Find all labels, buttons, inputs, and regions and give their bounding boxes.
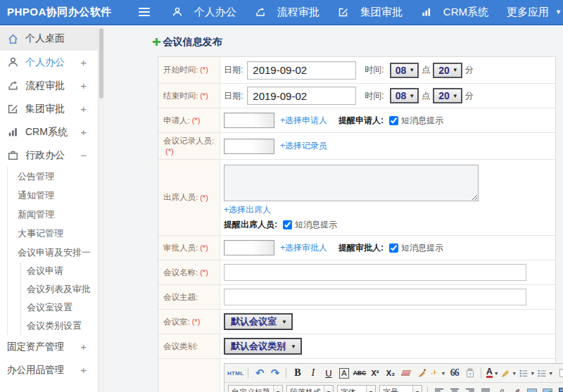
sidebar-item-meeting-group[interactable]: 会议申请及安排一: [8, 243, 98, 262]
expand-plus-icon[interactable]: +: [80, 364, 87, 376]
align-center-button[interactable]: [447, 384, 462, 392]
blockquote-button[interactable]: 66: [447, 365, 462, 381]
strikethrough-button[interactable]: ABC: [352, 365, 367, 381]
topnav-workflow-approval[interactable]: 流程审批: [246, 0, 329, 25]
superscript-button[interactable]: X²: [367, 365, 382, 381]
pick-approver-link[interactable]: +选择审批人: [280, 242, 327, 254]
italic-button[interactable]: I: [305, 365, 320, 381]
sidebar-scrollbar[interactable]: [99, 27, 104, 392]
remove-link-button[interactable]: [509, 384, 524, 392]
remove-format-button[interactable]: [398, 365, 413, 381]
insert-media-button[interactable]: [555, 384, 563, 392]
sidebar-item-events-mgmt[interactable]: 大事记管理: [8, 224, 98, 243]
expand-plus-icon[interactable]: +: [80, 80, 87, 91]
end-minute-select[interactable]: 20▼: [433, 88, 462, 103]
align-left-button[interactable]: [431, 384, 446, 392]
align-justify-icon: [481, 388, 491, 392]
topnav-personal-office[interactable]: 个人办公: [163, 0, 246, 25]
insert-link-button[interactable]: [493, 384, 508, 392]
sidebar-item-meeting-category-setting[interactable]: 会议类别设置: [21, 317, 98, 335]
font-color-button[interactable]: A▼: [485, 365, 500, 381]
sidebar-item-crm[interactable]: CRM系统 +: [0, 120, 98, 144]
new-page-button[interactable]: [555, 365, 563, 381]
meeting-subject-input[interactable]: [224, 289, 526, 305]
bar-chart-icon: [421, 6, 433, 18]
meeting-form: 开始时间: (*) 日期: 时间: 08▼ 点 20▼ 分 结束时间: (*) …: [158, 56, 556, 392]
sidebar-item-label: 会议申请: [27, 265, 63, 277]
end-date-input[interactable]: [247, 87, 356, 105]
meeting-room-select[interactable]: 默认会议室▼: [224, 313, 293, 330]
sidebar-item-desktop[interactable]: 个人桌面: [0, 27, 98, 51]
required-mark: (*): [200, 65, 208, 75]
hamburger-menu-icon[interactable]: [139, 8, 150, 16]
start-minute-select[interactable]: 20▼: [433, 63, 462, 78]
expand-plus-icon[interactable]: +: [80, 103, 87, 115]
highlight-button[interactable]: ▼: [500, 365, 517, 381]
topnav-crm[interactable]: CRM系统: [412, 0, 498, 25]
underline-button[interactable]: U: [321, 365, 336, 381]
undo-button[interactable]: ↶: [252, 365, 267, 381]
sidebar-item-notice-mgmt[interactable]: 通知管理: [8, 186, 98, 205]
applicant-input[interactable]: [224, 113, 274, 128]
select-value: 默认会议类别: [231, 340, 286, 353]
sidebar-item-fixed-assets[interactable]: 固定资产管理 +: [0, 335, 98, 358]
sidebar-item-personal-office[interactable]: 个人办公 +: [0, 51, 98, 74]
topnav-more-apps[interactable]: 更多应用 ▼: [498, 0, 563, 25]
subscript-icon: X₂: [386, 369, 395, 377]
insert-online-image-button[interactable]: [540, 384, 555, 392]
pick-applicant-link[interactable]: +选择申请人: [280, 115, 327, 127]
heading-select[interactable]: 自定义标题▼: [228, 385, 283, 392]
font-family-select[interactable]: 字体▼: [337, 385, 376, 392]
sidebar-item-announcement-mgmt[interactable]: 公告管理: [8, 167, 98, 186]
start-date-input[interactable]: [247, 61, 356, 80]
scrollbar-thumb[interactable]: [99, 28, 103, 99]
redo-button[interactable]: ↷: [267, 365, 282, 381]
insert-image-button[interactable]: [524, 384, 539, 392]
recorder-input[interactable]: [224, 139, 274, 154]
font-size-select[interactable]: 字号▼: [379, 385, 422, 392]
select-value: 自定义标题: [229, 387, 273, 392]
collapse-minus-icon[interactable]: −: [80, 149, 87, 161]
sidebar-item-label: 固定资产管理: [7, 341, 64, 353]
sms-remind-checkbox[interactable]: [389, 244, 398, 253]
top-bar: PHPOA协同办公软件 个人办公 流程审批 集团审批 CRM系统 更多应用 ▼: [0, 0, 563, 25]
format-painter-button[interactable]: [414, 365, 429, 381]
expand-plus-icon[interactable]: +: [80, 56, 87, 68]
end-hour-select[interactable]: 08▼: [390, 88, 419, 103]
sidebar-item-meeting-room-setting[interactable]: 会议室设置: [21, 298, 98, 317]
expand-plus-icon[interactable]: +: [80, 341, 87, 353]
sidebar-item-office-supplies[interactable]: 办公用品管理 +: [0, 358, 98, 381]
rich-text-editor: HTML ↶ ↷ B I U A ABC X² X₂: [224, 363, 563, 392]
sidebar-item-workflow-approval[interactable]: 流程审批 +: [0, 74, 98, 97]
sms-remind-checkbox[interactable]: [389, 116, 398, 125]
sidebar-item-admin-office[interactable]: 行政办公 −: [0, 144, 98, 167]
sidebar-item-meeting-list[interactable]: 会议列表及审批: [21, 280, 98, 298]
meeting-category-select[interactable]: 默认会议类别▼: [224, 338, 302, 355]
sidebar-item-news-mgmt[interactable]: 新闻管理: [8, 205, 98, 224]
meeting-name-input[interactable]: [224, 264, 526, 281]
bullet-list-button[interactable]: ▼: [536, 365, 554, 381]
paste-button[interactable]: T: [462, 365, 477, 381]
sms-remind-checkbox[interactable]: [283, 220, 292, 229]
sidebar-item-meeting-apply[interactable]: 会议申请: [21, 262, 98, 280]
sidebar-item-group-approval[interactable]: 集团审批 +: [0, 97, 98, 120]
formatting-wand-button[interactable]: ▼: [429, 365, 446, 381]
bold-button[interactable]: B: [290, 365, 305, 381]
pick-recorder-link[interactable]: +选择记录员: [280, 140, 327, 152]
field-label-cell: 会议类别:: [158, 334, 220, 358]
html-source-button[interactable]: HTML: [227, 365, 244, 381]
subscript-button[interactable]: X₂: [383, 365, 398, 381]
paragraph-format-select[interactable]: 段落格式▼: [286, 385, 334, 392]
attendees-textarea[interactable]: [224, 165, 479, 201]
align-justify-button[interactable]: [478, 384, 493, 392]
ordered-list-button[interactable]: ▼: [518, 365, 536, 381]
pick-attendees-link[interactable]: +选择出席人: [224, 204, 271, 216]
start-hour-select[interactable]: 08▼: [390, 63, 419, 78]
autotypeset-button[interactable]: A: [336, 365, 351, 381]
expand-plus-icon[interactable]: +: [80, 126, 87, 138]
sidebar-item-label: CRM系统: [25, 126, 68, 139]
align-right-button[interactable]: [462, 384, 477, 392]
topnav-group-approval[interactable]: 集团审批: [329, 0, 412, 25]
approver-input[interactable]: [224, 240, 274, 255]
field-control-cell: +选择记录员: [220, 133, 555, 159]
